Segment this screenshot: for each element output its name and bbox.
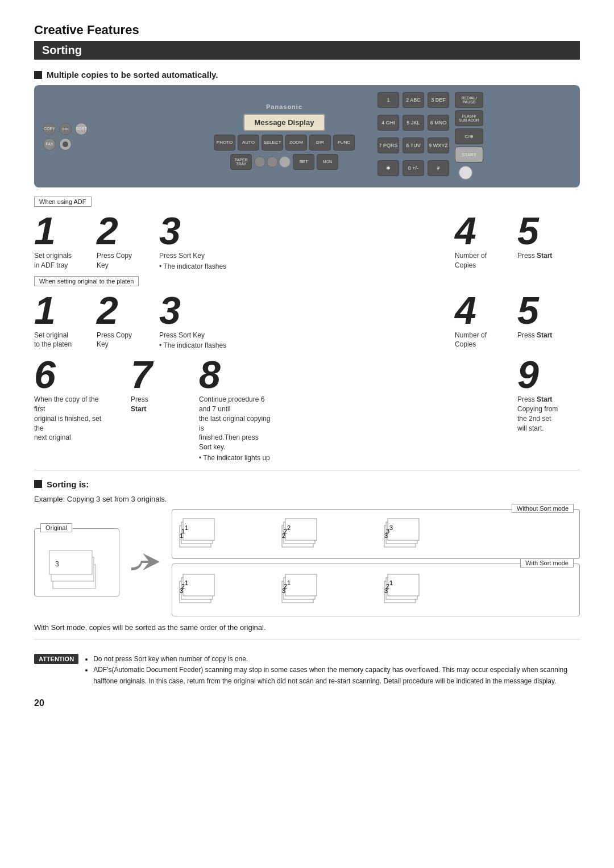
page-number: 20 xyxy=(34,698,580,708)
step-platen-4: 4 Number ofCopies xyxy=(455,291,512,350)
key-9[interactable]: 9 WXYZ xyxy=(428,137,449,153)
svg-text:2: 2 xyxy=(287,524,291,531)
key-6[interactable]: 6 MNO xyxy=(428,115,449,131)
without-sort-label: Without Sort mode xyxy=(512,504,574,513)
step-adf-3: 3 Press Sort KeyThe indicator flashes xyxy=(159,211,226,272)
step-9: 9 Press StartCopying fromthe 2nd setwill… xyxy=(517,355,574,433)
arrow-right xyxy=(128,545,163,581)
step-8: 8 Continue procedure 6 and 7 untilthe la… xyxy=(199,355,313,463)
svg-text:3: 3 xyxy=(180,587,183,594)
key-0[interactable]: 0 +/- xyxy=(403,160,424,176)
attention-item-2: ADF's(Automatic Document Feeder) scannin… xyxy=(93,665,580,686)
start-key[interactable]: START xyxy=(455,147,483,162)
auto-key[interactable]: AUTO xyxy=(238,135,259,151)
multiple-copies-label: Multiple copies to be sorted automatical… xyxy=(47,70,218,80)
attention-text: Do not press Sort key when number of cop… xyxy=(84,654,580,687)
step-adf-2: 2 Press CopyKey xyxy=(97,211,154,270)
step-adf-4: 4 Number ofCopies xyxy=(455,211,512,270)
clear-stop-key[interactable]: C/⊕ xyxy=(455,128,483,144)
original-label: Original xyxy=(40,523,72,532)
sort-key[interactable]: SORT xyxy=(75,123,88,135)
step-platen-1: 1 Set originalto the platen xyxy=(34,291,91,350)
sort-results: Without Sort mode 1 1 1 2 2 2 xyxy=(172,509,580,616)
redial-pause-key[interactable]: REDIAL/PAUSE xyxy=(455,92,483,108)
select-key[interactable]: SELECT xyxy=(262,135,283,151)
svg-text:1: 1 xyxy=(389,579,393,586)
sorting-is-title: Sorting is: xyxy=(34,479,580,489)
attention-divider xyxy=(34,640,580,640)
steps-6-9-row: 6 When the copy of the firstoriginal is … xyxy=(34,355,580,463)
svg-text:2: 2 xyxy=(282,532,285,539)
message-display-box: Message Display xyxy=(243,114,326,131)
copy-key[interactable]: COPY xyxy=(43,123,56,135)
sort-description: With Sort mode, copies will be sorted as… xyxy=(34,622,580,633)
panel-brand: Panasonic xyxy=(266,103,302,110)
arrow-svg xyxy=(128,545,163,579)
key-2[interactable]: 2 ABC xyxy=(403,92,424,108)
when-using-adf-label: When using ADF xyxy=(34,197,92,207)
key-3[interactable]: 3 DEF xyxy=(428,92,449,108)
key-5[interactable]: 5 JKL xyxy=(403,115,424,131)
step-7: 7 PressStart xyxy=(131,355,188,414)
svg-text:1: 1 xyxy=(180,532,183,539)
with-sort-box: With Sort mode 1 2 3 1 2 3 xyxy=(172,564,580,616)
monitor-key[interactable]: MON xyxy=(317,154,338,170)
key-8[interactable]: 8 TUV xyxy=(403,137,424,153)
key-1[interactable]: 1 xyxy=(377,92,399,108)
steps-platen-row: 1 Set originalto the platen 2 Press Copy… xyxy=(34,291,580,351)
step-adf-1: 1 Set originalsin ADF tray xyxy=(34,211,91,270)
flash-sub-addr-key[interactable]: FLASH/SUB ADDR xyxy=(455,110,483,126)
creative-features-title: Creative Features xyxy=(34,23,580,37)
with-sort-label: With Sort mode xyxy=(520,558,574,567)
svg-text:1: 1 xyxy=(287,579,291,586)
function-key[interactable]: FUNC xyxy=(333,135,355,151)
when-setting-platen-label: When setting original to the platen xyxy=(34,276,139,286)
step-platen-2: 2 Press CopyKey xyxy=(97,291,154,350)
step-adf-5: 5 Press Start xyxy=(517,211,574,261)
svg-text:1: 1 xyxy=(185,579,188,586)
control-panel: COPY 2IN1 SORT FAX Panasonic Message Dis… xyxy=(34,85,580,187)
step-6: 6 When the copy of the firstoriginal is … xyxy=(34,355,108,443)
key-hash[interactable]: # xyxy=(428,160,449,176)
key-7[interactable]: 7 PQRS xyxy=(377,137,399,153)
set-key[interactable]: SET xyxy=(293,154,314,170)
attention-section: ATTENTION Do not press Sort key when num… xyxy=(34,654,580,687)
without-sort-svg: 1 1 1 2 2 2 3 3 3 xyxy=(177,514,484,554)
svg-text:3: 3 xyxy=(55,560,59,568)
step-platen-5: 5 Press Start xyxy=(517,291,574,340)
original-box: Original 1 2 3 xyxy=(34,528,119,596)
2in1-key[interactable]: 2IN1 xyxy=(59,123,72,135)
steps-adf-row: 1 Set originalsin ADF tray 2 Press CopyK… xyxy=(34,211,580,272)
with-sort-svg: 1 2 3 1 2 3 1 2 3 xyxy=(177,569,484,611)
section-divider xyxy=(34,470,580,470)
svg-text:3: 3 xyxy=(282,587,285,594)
directory-key[interactable]: DIR xyxy=(309,135,331,151)
svg-text:3: 3 xyxy=(384,587,388,594)
attention-item-1: Do not press Sort key when number of cop… xyxy=(93,654,580,665)
svg-text:1: 1 xyxy=(185,524,188,531)
fax-key[interactable]: FAX xyxy=(43,138,56,151)
sorting-is-section: Sorting is: Example: Copying 3 set from … xyxy=(34,479,580,633)
svg-text:3: 3 xyxy=(389,524,393,531)
zoom-key[interactable]: ZOOM xyxy=(285,135,307,151)
key-star[interactable]: ✱ xyxy=(377,160,399,176)
attention-badge: ATTENTION xyxy=(34,654,78,664)
sorting-example-label: Example: Copying 3 set from 3 originals. xyxy=(34,495,580,503)
original-diagram-svg: 1 2 3 xyxy=(48,533,105,590)
paper-tray-key[interactable]: PAPERTRAY xyxy=(230,154,252,170)
sorting-header: Sorting xyxy=(34,41,580,60)
without-sort-box: Without Sort mode 1 1 1 2 2 2 xyxy=(172,509,580,559)
key-4[interactable]: 4 GHI xyxy=(377,115,399,131)
numeric-keypad: 1 2 ABC 3 DEF 4 GHI 5 JKL 6 MNO 7 PQRS 8… xyxy=(377,92,571,181)
sort-diagram: Original 1 2 3 Without Sort mode xyxy=(34,509,580,616)
photo-key[interactable]: PHOTO xyxy=(214,135,235,151)
svg-text:3: 3 xyxy=(384,532,388,539)
step-platen-3: 3 Press Sort KeyThe indicator flashes xyxy=(159,291,226,351)
